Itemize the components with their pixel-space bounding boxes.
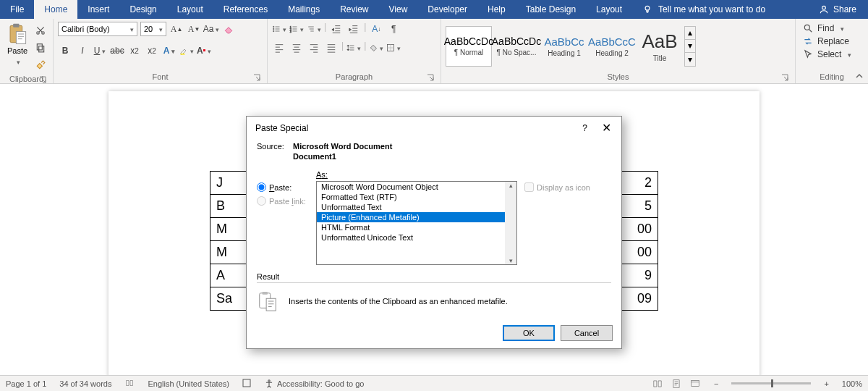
listbox-scrollbar[interactable]: ▴▾ <box>505 182 516 264</box>
style-heading2[interactable]: AaBbCcCHeading 2 <box>589 26 635 67</box>
multilevel-list-button[interactable] <box>307 22 321 36</box>
paste-label: Paste <box>7 46 27 55</box>
style-normal[interactable]: AaBbCcDc¶ Normal <box>446 26 492 67</box>
tab-layout[interactable]: Layout <box>167 0 213 19</box>
find-button[interactable]: Find <box>803 23 844 33</box>
dialog-launcher-icon[interactable] <box>780 73 789 82</box>
page-status[interactable]: Page 1 of 1 <box>6 379 46 388</box>
list-item[interactable]: Unformatted Unicode Text <box>317 232 516 243</box>
tab-home[interactable]: Home <box>34 0 77 19</box>
language-status[interactable]: English (United States) <box>148 379 229 388</box>
zoom-slider[interactable] <box>731 382 811 384</box>
paste-button[interactable]: Paste <box>4 22 30 68</box>
format-listbox[interactable]: Microsoft Word Document Object Formatted… <box>316 181 517 265</box>
dialog-launcher-icon[interactable] <box>426 73 435 82</box>
tab-table-design[interactable]: Table Design <box>516 0 586 19</box>
macro-status[interactable] <box>242 379 251 389</box>
grow-font-button[interactable]: A▲ <box>169 22 184 36</box>
style-heading1[interactable]: AaBbCcHeading 1 <box>541 26 587 67</box>
tab-mailings[interactable]: Mailings <box>278 0 330 19</box>
collapse-ribbon-icon[interactable] <box>855 72 864 80</box>
tab-table-layout[interactable]: Layout <box>586 0 632 19</box>
tab-developer[interactable]: Developer <box>417 0 477 19</box>
align-center-button[interactable] <box>289 41 304 55</box>
copy-button[interactable] <box>33 41 48 55</box>
cut-button[interactable] <box>33 23 48 38</box>
clear-formatting-button[interactable] <box>221 22 236 36</box>
superscript-button[interactable]: x2 <box>145 43 159 58</box>
svg-point-11 <box>273 28 275 30</box>
print-layout-icon[interactable] <box>671 379 682 389</box>
tab-references[interactable]: References <box>213 0 278 19</box>
italic-button[interactable]: I <box>75 43 90 58</box>
chevron-up-icon[interactable]: ▴ <box>685 27 695 40</box>
spellcheck-status[interactable] <box>124 379 135 389</box>
accessibility-status[interactable]: Accessibility: Good to go <box>264 379 364 389</box>
web-layout-icon[interactable] <box>689 379 701 389</box>
strikethrough-button[interactable]: abc <box>110 43 124 58</box>
svg-text:3: 3 <box>290 30 292 33</box>
format-painter-button[interactable] <box>33 58 48 72</box>
cancel-button[interactable]: Cancel <box>561 325 613 341</box>
zoom-out-button[interactable]: − <box>714 379 718 388</box>
font-size-combo[interactable]: 20 <box>140 22 166 36</box>
align-center-icon <box>292 43 302 53</box>
font-name-combo[interactable]: Calibri (Body) <box>58 22 137 36</box>
book-icon <box>124 379 135 387</box>
word-count[interactable]: 34 of 34 words <box>59 379 111 388</box>
text-effects-button[interactable]: A <box>162 43 176 58</box>
line-spacing-button[interactable] <box>346 41 361 55</box>
record-icon <box>242 379 251 387</box>
source-sub: Document1 <box>293 152 336 161</box>
bullets-button[interactable] <box>272 22 286 36</box>
increase-indent-button[interactable] <box>346 22 361 36</box>
tell-me-search[interactable]: Tell me what you want to do <box>632 4 807 14</box>
dialog-close-button[interactable]: ✕ <box>597 121 616 135</box>
chevron-down-icon[interactable]: ▾ <box>685 40 695 53</box>
zoom-level[interactable]: 100% <box>842 379 862 388</box>
share-button[interactable]: Share <box>807 4 868 14</box>
sort-button[interactable]: A↓ <box>369 22 383 36</box>
zoom-in-button[interactable]: + <box>824 379 828 388</box>
list-item[interactable]: Formatted Text (RTF) <box>317 192 516 202</box>
bold-button[interactable]: B <box>58 43 72 58</box>
styles-scroll[interactable]: ▴▾▾ <box>684 26 696 67</box>
replace-button[interactable]: Replace <box>803 36 849 46</box>
highlight-button[interactable] <box>179 43 194 58</box>
ok-button[interactable]: OK <box>503 325 555 341</box>
justify-button[interactable] <box>324 41 339 55</box>
list-item[interactable]: Picture (Enhanced Metafile) <box>317 212 516 222</box>
shrink-font-button[interactable]: A▼ <box>187 22 201 36</box>
borders-button[interactable] <box>386 41 401 55</box>
tab-view[interactable]: View <box>379 0 418 19</box>
decrease-indent-button[interactable] <box>329 22 344 36</box>
list-item[interactable]: HTML Format <box>317 222 516 232</box>
tell-me-label: Tell me what you want to do <box>658 4 765 14</box>
show-marks-button[interactable]: ¶ <box>386 22 401 36</box>
clipboard-result-icon <box>257 290 278 312</box>
styles-more-icon[interactable]: ▾ <box>685 53 695 66</box>
style-no-spacing[interactable]: AaBbCcDc¶ No Spac... <box>493 26 540 67</box>
tab-insert[interactable]: Insert <box>77 0 119 19</box>
underline-button[interactable]: U <box>93 43 107 58</box>
read-mode-icon[interactable] <box>652 379 663 389</box>
change-case-button[interactable]: Aa <box>204 22 218 36</box>
subscript-button[interactable]: x2 <box>127 43 142 58</box>
tab-review[interactable]: Review <box>330 0 378 19</box>
list-item[interactable]: Microsoft Word Document Object <box>317 182 516 192</box>
shading-button[interactable] <box>369 41 383 55</box>
dialog-help-button[interactable]: ? <box>582 123 587 133</box>
style-title[interactable]: AaBTitle <box>637 26 683 67</box>
select-button[interactable]: Select <box>803 49 851 59</box>
align-left-button[interactable] <box>272 41 286 55</box>
tab-help[interactable]: Help <box>477 0 516 19</box>
paste-radio[interactable]: Paste: <box>257 182 309 192</box>
tab-design[interactable]: Design <box>119 0 166 19</box>
tab-file[interactable]: File <box>0 0 34 19</box>
align-right-button[interactable] <box>307 41 321 55</box>
dialog-launcher-icon[interactable] <box>38 75 47 84</box>
numbering-button[interactable]: 123 <box>289 22 304 36</box>
font-color-button[interactable]: A <box>197 43 211 58</box>
list-item[interactable]: Unformatted Text <box>317 202 516 212</box>
dialog-launcher-icon[interactable] <box>252 73 261 82</box>
